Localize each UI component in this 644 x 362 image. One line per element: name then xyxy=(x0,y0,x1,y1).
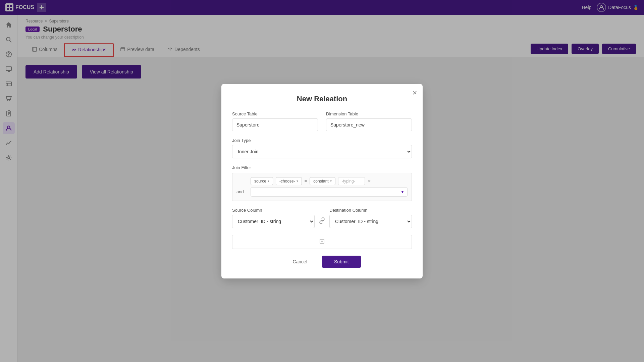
dimension-table-label: Dimension Table xyxy=(326,111,412,116)
new-relation-modal: ✕ New Releation Source Table Dimension T… xyxy=(221,84,423,278)
dimension-table-input[interactable] xyxy=(326,118,412,131)
submit-button[interactable]: Submit xyxy=(322,256,361,268)
link-icon xyxy=(319,217,325,224)
join-type-label: Join Type xyxy=(232,138,412,143)
filter-choose-text: -choose- xyxy=(279,179,295,184)
filter-source-text: source xyxy=(254,179,266,184)
filter-empty-row[interactable]: ▼ xyxy=(251,187,408,197)
destination-column-select[interactable]: Customer_ID - string Order_ID - string P… xyxy=(329,215,412,228)
source-column-select[interactable]: Customer_ID - string Order_ID - string P… xyxy=(232,215,315,228)
filter-source-chip[interactable]: source ▾ xyxy=(251,177,273,185)
filter-constant-text: constant xyxy=(313,179,328,184)
filter-dropdown-icon: ▼ xyxy=(400,190,405,194)
filter-typing-input[interactable]: -typing- xyxy=(338,177,365,185)
filter-typing-text: -typing- xyxy=(342,179,355,184)
dimension-table-group: Dimension Table xyxy=(326,111,412,131)
table-row: Source Table Dimension Table xyxy=(232,111,412,131)
source-table-group: Source Table xyxy=(232,111,318,131)
add-row-icon xyxy=(319,239,325,244)
link-icon-container xyxy=(319,210,325,225)
filter-constant-chip[interactable]: constant ▾ xyxy=(310,177,335,185)
modal-title: New Releation xyxy=(232,95,412,103)
join-type-select[interactable]: Inner Join Left Join Right Join Full Joi… xyxy=(232,145,412,158)
columns-section: Source Column Customer_ID - string Order… xyxy=(232,208,412,228)
modal-actions: Cancel Submit xyxy=(232,256,412,268)
join-filter-section: Join Filter source ▾ -choose- ▾ = consta… xyxy=(232,165,412,201)
filter-choose-chip[interactable]: -choose- ▾ xyxy=(276,177,302,185)
modal-close-button[interactable]: ✕ xyxy=(412,89,417,97)
add-row-button[interactable] xyxy=(232,235,412,249)
filter-and-2: and xyxy=(236,189,247,194)
filter-row-2: and ▼ xyxy=(236,187,408,197)
filter-choose-arrow: ▾ xyxy=(297,179,298,183)
source-table-input[interactable] xyxy=(232,118,318,131)
filter-eq: = xyxy=(305,178,307,184)
source-column-label: Source Column xyxy=(232,208,315,213)
filter-constant-arrow: ▾ xyxy=(330,179,332,183)
modal-overlay[interactable]: ✕ New Releation Source Table Dimension T… xyxy=(0,0,644,362)
join-filter-area: source ▾ -choose- ▾ = constant ▾ -typing… xyxy=(232,173,412,201)
filter-row-1: source ▾ -choose- ▾ = constant ▾ -typing… xyxy=(236,177,408,185)
filter-close-button[interactable]: ✕ xyxy=(368,179,371,184)
destination-column-group: Destination Column Customer_ID - string … xyxy=(329,208,412,228)
source-table-label: Source Table xyxy=(232,111,318,116)
cancel-button[interactable]: Cancel xyxy=(283,256,317,268)
join-filter-label: Join Filter xyxy=(232,165,412,170)
destination-column-label: Destination Column xyxy=(329,208,412,213)
filter-source-arrow: ▾ xyxy=(268,179,269,183)
join-type-group: Join Type Inner Join Left Join Right Joi… xyxy=(232,138,412,158)
source-column-group: Source Column Customer_ID - string Order… xyxy=(232,208,315,228)
column-row: Source Column Customer_ID - string Order… xyxy=(232,208,412,228)
